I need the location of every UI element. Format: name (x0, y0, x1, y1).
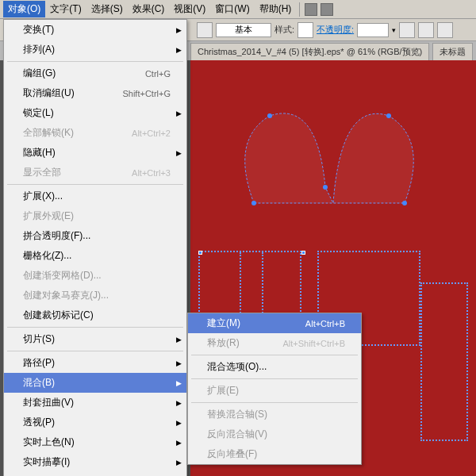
svg-point-1 (267, 113, 272, 118)
svg-point-3 (386, 113, 391, 118)
menu-item[interactable]: 变换(T) (4, 20, 186, 40)
blend-submenu: 建立(M)Alt+Ctrl+B释放(R)Alt+Shift+Ctrl+B混合选项… (187, 313, 362, 465)
menu-object[interactable]: 对象(O) (3, 1, 45, 17)
menu-item[interactable]: 建立(M)Alt+Ctrl+B (188, 313, 361, 333)
menu-item: 显示全部Alt+Ctrl+3 (4, 163, 186, 182)
menu-item[interactable]: 编组(G)Ctrl+G (4, 63, 186, 83)
toolbar-icon[interactable] (321, 3, 333, 16)
svg-point-0 (251, 201, 256, 205)
menu-item: 反向堆叠(F) (188, 444, 361, 464)
menu-item[interactable]: 切片(S) (4, 329, 186, 349)
menu-item: 创建渐变网格(D)... (4, 266, 186, 286)
menu-item[interactable]: 实时上色(N) (4, 432, 186, 452)
object-menu: 变换(T)排列(A)编组(G)Ctrl+G取消编组(U)Shift+Ctrl+G… (3, 19, 187, 476)
toolbar-icon[interactable] (305, 3, 317, 16)
menu-window[interactable]: 窗口(W) (210, 1, 254, 17)
menu-item[interactable]: 实时描摹(I) (4, 452, 186, 472)
menu-select[interactable]: 选择(S) (86, 1, 128, 17)
menu-item[interactable]: 取消编组(U)Shift+Ctrl+G (4, 83, 186, 103)
menubar: 对象(O) 文字(T) 选择(S) 效果(C) 视图(V) 窗口(W) 帮助(H… (0, 0, 476, 19)
opacity-input[interactable] (357, 23, 389, 37)
tool-box[interactable] (197, 22, 213, 38)
menu-item[interactable]: 文本绕排(W) (4, 472, 186, 476)
tool-box[interactable] (399, 22, 415, 38)
menu-item[interactable]: 混合选项(O)... (188, 357, 361, 377)
gift-bow-shape (206, 92, 460, 235)
menu-effect[interactable]: 效果(C) (128, 1, 170, 17)
menu-item[interactable]: 锁定(L) (4, 103, 186, 123)
style-label: 样式: (274, 24, 294, 36)
menu-item[interactable]: 扩展(X)... (4, 186, 186, 206)
tool-box[interactable] (418, 22, 434, 38)
svg-point-4 (402, 201, 407, 205)
opacity-label[interactable]: 不透明度: (317, 24, 354, 36)
menu-view[interactable]: 视图(V) (169, 1, 210, 17)
menu-item[interactable]: 混合(B) (4, 373, 186, 393)
menu-item: 扩展(E) (188, 381, 361, 401)
svg-point-2 (323, 185, 328, 190)
menu-item[interactable]: 拼合透明度(F)... (4, 226, 186, 246)
menu-item[interactable]: 隐藏(H) (4, 143, 186, 163)
menu-item: 释放(R)Alt+Shift+Ctrl+B (188, 333, 361, 353)
menu-text[interactable]: 文字(T) (45, 1, 86, 17)
document-tab[interactable]: Christmas_2014_V_#4 (5) [转换].eps* @ 61% … (190, 43, 429, 60)
menu-item: 扩展外观(E) (4, 206, 186, 226)
menu-item[interactable]: 排列(A) (4, 40, 186, 60)
style-swatch[interactable] (298, 22, 313, 38)
menu-item[interactable]: 栅格化(Z)... (4, 246, 186, 266)
shape (420, 282, 468, 441)
menu-item[interactable]: 路径(P) (4, 353, 186, 373)
basic-dropdown[interactable]: 基本 (216, 23, 271, 37)
menu-item: 替换混合轴(S) (188, 405, 361, 424)
menu-item[interactable]: 创建裁切标记(C) (4, 305, 186, 325)
menu-item[interactable]: 透视(P) (4, 413, 186, 432)
document-tab-untitled[interactable]: 未标题 (432, 43, 473, 60)
menu-item: 反向混合轴(V) (188, 424, 361, 444)
menu-item: 全部解锁(K)Alt+Ctrl+2 (4, 123, 186, 143)
menu-item[interactable]: 封套扭曲(V) (4, 393, 186, 413)
menu-item: 创建对象马赛克(J)... (4, 286, 186, 305)
menu-help[interactable]: 帮助(H) (255, 1, 297, 17)
tool-box[interactable] (437, 22, 453, 38)
